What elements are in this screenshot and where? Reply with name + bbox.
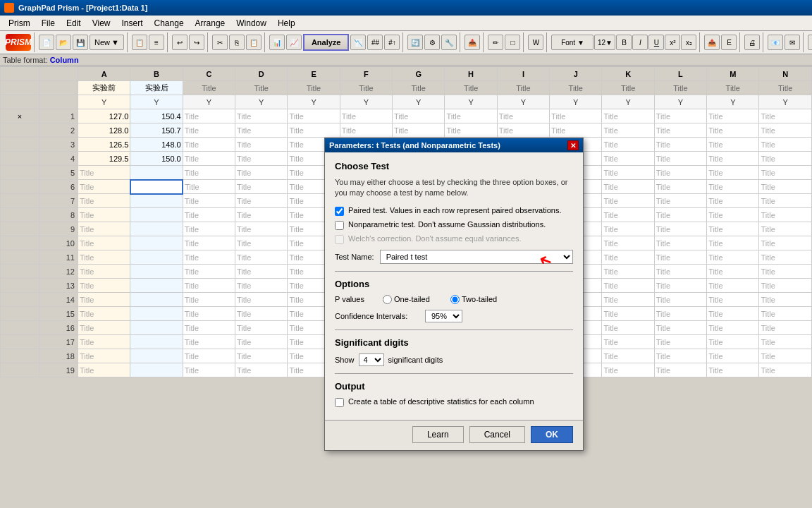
show-label: Show [335, 356, 355, 364]
output-checkbox[interactable] [335, 398, 344, 407]
nonparametric-label: Nonparametric test. Don't assume Gaussia… [348, 220, 546, 229]
dialog-title: Parameters: t Tests (and Nonparametric T… [329, 141, 500, 150]
t-test-dialog: Parameters: t Tests (and Nonparametric T… [324, 138, 584, 451]
paired-test-label: Paired test. Values in each row represen… [348, 206, 561, 214]
choose-test-desc: You may either choose a test by checking… [335, 177, 573, 199]
two-tailed-label: Two-tailed [462, 295, 511, 303]
paired-test-checkbox[interactable] [335, 207, 344, 216]
one-tailed-option: One-tailed [383, 295, 443, 304]
output-label: Create a table of descriptive statistics… [348, 397, 534, 406]
options-title: Options [335, 279, 573, 289]
nonparametric-option: Nonparametric test. Don't assume Gaussia… [335, 220, 573, 230]
paired-test-option: Paired test. Values in each row represen… [335, 206, 573, 216]
nonparametric-checkbox[interactable] [335, 221, 344, 230]
one-tailed-label: One-tailed [394, 295, 443, 303]
welch-label: Welch's correction. Don't assume equal v… [348, 234, 522, 243]
two-tailed-option: Two-tailed [450, 295, 511, 304]
confidence-row: Confidence Intervals: 95% 99% 90% [335, 310, 573, 322]
show-digits-row: Show 2 3 4 5 significant digits [335, 353, 573, 366]
digits-suffix: significant digits [388, 356, 443, 364]
dialog-footer: Learn Cancel OK [325, 420, 583, 450]
two-tailed-radio[interactable] [450, 295, 460, 304]
one-tailed-radio[interactable] [383, 295, 392, 304]
dialog-title-bar: Parameters: t Tests (and Nonparametric T… [325, 138, 583, 152]
confidence-label: Confidence Intervals: [335, 312, 419, 320]
p-values-label: P values [335, 295, 377, 303]
digits-select[interactable]: 2 3 4 5 [359, 353, 384, 366]
ok-button[interactable]: OK [531, 426, 573, 443]
choose-test-title: Choose Test [335, 161, 573, 171]
learn-button[interactable]: Learn [412, 426, 464, 443]
test-name-label: Test Name: [335, 253, 374, 261]
p-values-row: P values One-tailed Two-tailed [335, 295, 573, 304]
dialog-overlay: Parameters: t Tests (and Nonparametric T… [0, 0, 812, 508]
dialog-content: Choose Test You may either choose a test… [325, 152, 583, 420]
test-name-row: Test Name: Paired t test Unpaired t test… [335, 250, 573, 264]
welch-checkbox[interactable] [335, 235, 344, 244]
sig-digits-title: Significant digits [335, 337, 573, 348]
welch-option: Welch's correction. Don't assume equal v… [335, 234, 573, 244]
cancel-button[interactable]: Cancel [469, 426, 525, 443]
output-option: Create a table of descriptive statistics… [335, 397, 573, 407]
confidence-select[interactable]: 95% 99% 90% [425, 310, 462, 322]
p-values-radio-group: One-tailed Two-tailed [383, 295, 511, 304]
output-title: Output [335, 381, 573, 392]
dialog-close-button[interactable]: ✕ [567, 140, 579, 150]
